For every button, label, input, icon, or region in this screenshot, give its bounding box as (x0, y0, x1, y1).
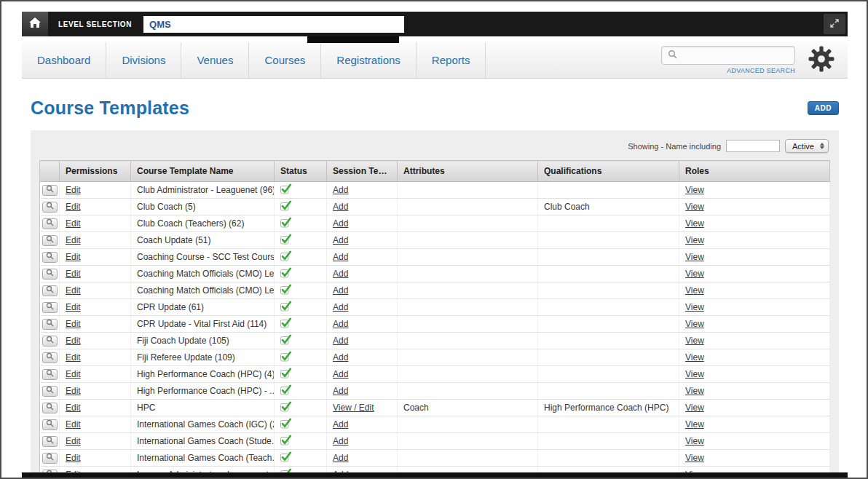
status-active-icon (280, 267, 292, 278)
session-template-link[interactable]: Add (333, 269, 348, 279)
roles-view-link[interactable]: View (685, 252, 704, 262)
advanced-search-link[interactable]: ADVANCED SEARCH (727, 67, 795, 74)
roles-view-link[interactable]: View (685, 419, 704, 429)
roles-view-link[interactable]: View (685, 436, 704, 446)
roles-view-link[interactable]: View (685, 386, 704, 396)
session-template-link[interactable]: Add (333, 419, 348, 429)
status-filter-select[interactable]: Active (785, 139, 829, 153)
preview-button[interactable] (42, 336, 58, 347)
edit-permissions-link[interactable]: Edit (66, 202, 81, 212)
qualifications-cell (538, 232, 679, 249)
session-template-link[interactable]: Add (333, 319, 348, 329)
preview-button[interactable] (42, 369, 58, 380)
course-templates-table: Permissions Course Template Name Status … (39, 160, 830, 479)
preview-button[interactable] (42, 218, 58, 229)
preview-magnifier-icon (46, 252, 54, 262)
session-template-link[interactable]: Add (333, 369, 348, 379)
settings-button[interactable] (808, 46, 835, 75)
edit-permissions-link[interactable]: Edit (66, 302, 81, 312)
edit-permissions-link[interactable]: Edit (66, 369, 81, 379)
edit-permissions-link[interactable]: Edit (66, 436, 81, 446)
col-session-templates: Session Templ... (327, 161, 398, 182)
preview-button[interactable] (42, 185, 58, 196)
preview-button[interactable] (42, 436, 58, 447)
session-template-link[interactable]: Add (333, 386, 348, 396)
session-template-link[interactable]: Add (333, 302, 348, 312)
session-template-link[interactable]: Add (333, 285, 348, 296)
course-template-name-cell: Coaching Match Officials (CMO) Le... (131, 266, 275, 282)
session-template-link[interactable]: Add (333, 202, 348, 212)
session-template-link[interactable]: Add (333, 336, 348, 346)
home-button[interactable] (22, 12, 48, 36)
preview-button[interactable] (42, 386, 58, 397)
nav-divisions[interactable]: Divisions (106, 42, 181, 78)
global-search-input[interactable] (682, 50, 794, 60)
preview-button[interactable] (42, 252, 58, 263)
table-row: Edit Club Coach (Teachers) (62) Add View (40, 215, 830, 232)
nav-dashboard[interactable]: Dashboard (22, 42, 106, 78)
roles-view-link[interactable]: View (685, 218, 704, 229)
edit-permissions-link[interactable]: Edit (66, 419, 81, 429)
roles-view-link[interactable]: View (685, 269, 704, 279)
edit-permissions-link[interactable]: Edit (66, 352, 81, 363)
preview-button[interactable] (42, 352, 58, 363)
roles-view-link[interactable]: View (685, 285, 704, 296)
edit-permissions-link[interactable]: Edit (66, 386, 81, 396)
nav-reports[interactable]: Reports (417, 42, 486, 78)
preview-button[interactable] (42, 403, 58, 413)
main-content: Course Templates ADD Showing - Name incl… (22, 98, 848, 479)
col-permissions: Permissions (60, 161, 131, 182)
attributes-cell (398, 199, 538, 215)
preview-button[interactable] (42, 269, 58, 280)
attributes-cell (398, 333, 538, 349)
edit-permissions-link[interactable]: Edit (66, 319, 81, 329)
session-template-link[interactable]: Add (333, 352, 348, 363)
nav-venues[interactable]: Venues (181, 42, 249, 78)
attributes-cell (398, 215, 538, 232)
nav-registrations[interactable]: Registrations (321, 42, 417, 78)
table-row: Edit Club Administrator - Leaguenet (96)… (40, 182, 830, 199)
edit-permissions-link[interactable]: Edit (66, 252, 81, 262)
roles-view-link[interactable]: View (685, 453, 704, 463)
roles-view-link[interactable]: View (685, 302, 704, 312)
session-template-link[interactable]: Add (333, 235, 348, 245)
table-row: Edit HPC View / Edit Coach High Performa… (40, 400, 830, 416)
fullscreen-button[interactable] (824, 14, 845, 34)
session-template-link[interactable]: Add (333, 436, 348, 446)
edit-permissions-link[interactable]: Edit (66, 235, 81, 245)
status-active-icon (280, 217, 292, 228)
edit-permissions-link[interactable]: Edit (66, 269, 81, 279)
roles-view-link[interactable]: View (685, 235, 704, 245)
preview-button[interactable] (42, 235, 58, 246)
preview-button[interactable] (42, 302, 58, 313)
roles-view-link[interactable]: View (685, 185, 704, 195)
global-search-box[interactable] (661, 46, 795, 65)
session-template-link[interactable]: Add (333, 218, 348, 229)
preview-button[interactable] (42, 319, 58, 330)
session-template-link[interactable]: Add (333, 453, 348, 463)
edit-permissions-link[interactable]: Edit (66, 285, 81, 296)
course-template-name-cell: High Performance Coach (HPC) (4) (131, 366, 275, 383)
roles-view-link[interactable]: View (685, 352, 704, 363)
session-template-link[interactable]: Add (333, 185, 348, 195)
edit-permissions-link[interactable]: Edit (66, 218, 81, 229)
preview-button[interactable] (42, 202, 58, 213)
roles-view-link[interactable]: View (685, 369, 704, 379)
edit-permissions-link[interactable]: Edit (66, 336, 81, 346)
roles-view-link[interactable]: View (685, 202, 704, 212)
preview-button[interactable] (42, 419, 58, 430)
level-context-input[interactable] (143, 16, 404, 33)
edit-permissions-link[interactable]: Edit (66, 403, 81, 413)
preview-button[interactable] (42, 453, 58, 464)
roles-view-link[interactable]: View (685, 319, 704, 329)
edit-permissions-link[interactable]: Edit (66, 453, 81, 463)
preview-button[interactable] (42, 285, 58, 296)
edit-permissions-link[interactable]: Edit (66, 185, 81, 195)
nav-courses[interactable]: Courses (249, 42, 321, 78)
session-template-link[interactable]: Add (333, 252, 348, 262)
roles-view-link[interactable]: View (685, 336, 704, 346)
filter-name-input[interactable] (726, 140, 780, 152)
session-template-link[interactable]: View / Edit (333, 403, 374, 413)
roles-view-link[interactable]: View (685, 403, 704, 413)
add-button[interactable]: ADD (808, 101, 839, 115)
